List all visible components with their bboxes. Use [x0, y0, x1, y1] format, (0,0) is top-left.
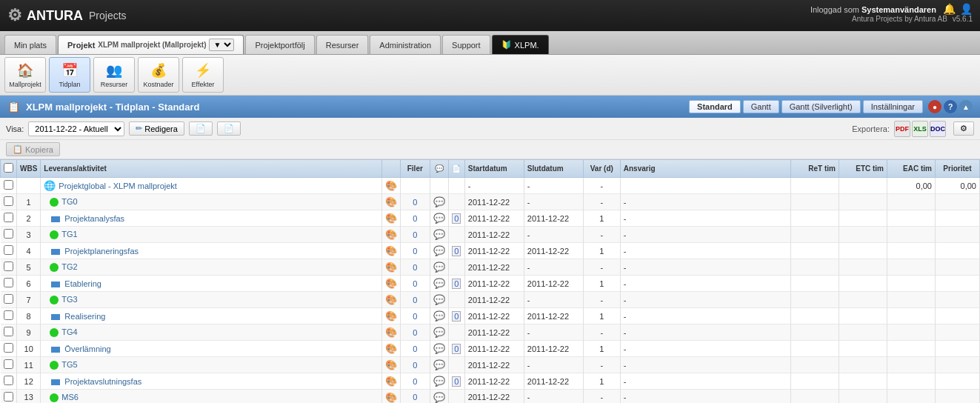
- row-filer[interactable]: 0: [400, 227, 430, 243]
- row-doc[interactable]: 0: [448, 210, 464, 227]
- row-name[interactable]: Projektplaneringsfas: [41, 243, 381, 259]
- view-btn-installningar[interactable]: Inställningar: [863, 100, 923, 113]
- row-chat[interactable]: 💬: [430, 324, 448, 341]
- row-name[interactable]: TG3: [41, 292, 381, 308]
- row-chat[interactable]: 💬: [430, 227, 448, 243]
- view-btn-gantt[interactable]: Gantt: [743, 100, 779, 113]
- row-chat[interactable]: [430, 178, 448, 194]
- row-filer[interactable]: 0: [400, 308, 430, 324]
- nav-tab-support[interactable]: Support: [442, 35, 490, 54]
- select-all-checkbox[interactable]: [4, 163, 13, 173]
- row-name[interactable]: TG5: [41, 357, 381, 373]
- nav-tab-min-plats[interactable]: Min plats: [4, 35, 56, 54]
- toolbar-kostnader-button[interactable]: 💰 Kostnader: [138, 57, 179, 93]
- export-xls-button[interactable]: XLS: [912, 121, 928, 137]
- row-chat[interactable]: 💬: [430, 308, 448, 324]
- row-filer[interactable]: 0: [400, 373, 430, 390]
- action-icon-help[interactable]: ?: [944, 100, 957, 113]
- user-profile-icon[interactable]: 👤: [960, 3, 973, 15]
- row-doc[interactable]: 0: [448, 276, 464, 292]
- row-checkbox[interactable]: [4, 196, 13, 206]
- toolbar-tidplan-button[interactable]: 📅 Tidplan: [49, 57, 90, 93]
- row-doc[interactable]: [448, 194, 464, 210]
- export-pdf-button[interactable]: PDF: [894, 121, 910, 137]
- row-doc[interactable]: [448, 227, 464, 243]
- row-chat[interactable]: 💬: [430, 243, 448, 259]
- row-doc[interactable]: [448, 178, 464, 194]
- row-checkbox[interactable]: [4, 359, 13, 369]
- row-name[interactable]: 🌐Projektglobal - XLPM mallprojekt: [41, 178, 381, 194]
- view-btn-standard[interactable]: Standard: [689, 100, 741, 113]
- row-name[interactable]: Etablering: [41, 276, 381, 292]
- row-doc[interactable]: 0: [448, 243, 464, 259]
- row-checkbox[interactable]: [4, 376, 13, 385]
- row-doc[interactable]: [448, 292, 464, 308]
- row-doc[interactable]: 0: [448, 308, 464, 324]
- nav-tab-xlpm[interactable]: 🔰 XLPM.: [492, 35, 549, 54]
- nav-tab-resurser[interactable]: Resurser: [316, 35, 369, 54]
- projekt-dropdown[interactable]: ▼: [209, 39, 234, 51]
- nav-tab-projekt[interactable]: Projekt XLPM mallprojekt (Mallprojekt) ▼: [58, 35, 244, 54]
- row-doc[interactable]: [448, 390, 464, 404]
- row-name[interactable]: MS6: [41, 390, 381, 404]
- row-filer[interactable]: 0: [400, 243, 430, 259]
- row-checkbox[interactable]: [4, 310, 13, 320]
- row-filer[interactable]: 0: [400, 259, 430, 276]
- row-filer[interactable]: 0: [400, 324, 430, 341]
- row-name[interactable]: TG4: [41, 324, 381, 341]
- action-icon-up[interactable]: ▲: [959, 100, 973, 113]
- row-chat[interactable]: 💬: [430, 390, 448, 404]
- toolbar-mallprojekt-button[interactable]: 🏠 Mallprojekt: [4, 57, 46, 93]
- row-chat[interactable]: 💬: [430, 276, 448, 292]
- row-chat[interactable]: 💬: [430, 194, 448, 210]
- row-filer[interactable]: 0: [400, 390, 430, 404]
- row-doc[interactable]: [448, 324, 464, 341]
- view-btn-gantt-silverlight[interactable]: Gantt (Silverlight): [781, 100, 861, 113]
- row-checkbox[interactable]: [4, 294, 13, 304]
- row-chat[interactable]: 💬: [430, 210, 448, 227]
- user-notification-icon[interactable]: 🔔: [943, 3, 956, 15]
- nav-tab-projektportfolj[interactable]: Projektportfölj: [245, 35, 314, 54]
- row-filer[interactable]: 0: [400, 341, 430, 357]
- row-checkbox[interactable]: [4, 229, 13, 239]
- row-doc[interactable]: 0: [448, 373, 464, 390]
- settings-button[interactable]: ⚙: [953, 121, 974, 136]
- row-checkbox[interactable]: [4, 180, 13, 190]
- visa-select[interactable]: 2011-12-22 - Aktuell: [28, 121, 124, 136]
- row-chat[interactable]: 💬: [430, 341, 448, 357]
- row-checkbox[interactable]: [4, 213, 13, 222]
- row-name[interactable]: Projektanalysfas: [41, 210, 381, 227]
- toolbar-resurser-button[interactable]: 👥 Resurser: [93, 57, 135, 93]
- row-name[interactable]: Överlämning: [41, 341, 381, 357]
- row-checkbox[interactable]: [4, 392, 13, 402]
- row-name[interactable]: Projektavslutningsfas: [41, 373, 381, 390]
- row-name[interactable]: Realisering: [41, 308, 381, 324]
- row-name[interactable]: TG1: [41, 227, 381, 243]
- row-doc[interactable]: [448, 357, 464, 373]
- row-checkbox[interactable]: [4, 327, 13, 336]
- copy-btn-2[interactable]: 📄: [217, 121, 241, 136]
- row-chat[interactable]: 💬: [430, 292, 448, 308]
- row-filer[interactable]: 0: [400, 276, 430, 292]
- row-chat[interactable]: 💬: [430, 357, 448, 373]
- copy-btn-1[interactable]: 📄: [189, 121, 213, 136]
- row-checkbox[interactable]: [4, 343, 13, 353]
- row-filer[interactable]: 0: [400, 194, 430, 210]
- row-checkbox[interactable]: [4, 278, 13, 287]
- row-doc[interactable]: 0: [448, 341, 464, 357]
- redigera-button[interactable]: ✏ Redigera: [129, 121, 184, 136]
- row-filer[interactable]: 0: [400, 357, 430, 373]
- action-icon-red[interactable]: ●: [928, 100, 941, 113]
- export-word-button[interactable]: DOC: [930, 121, 946, 137]
- row-chat[interactable]: 💬: [430, 259, 448, 276]
- toolbar-effekter-button[interactable]: ⚡ Effekter: [182, 57, 224, 93]
- row-chat[interactable]: 💬: [430, 373, 448, 390]
- row-name[interactable]: TG0: [41, 194, 381, 210]
- kopiera-button[interactable]: 📋 Kopiera: [6, 142, 60, 156]
- row-name[interactable]: TG2: [41, 259, 381, 276]
- row-filer[interactable]: 0: [400, 292, 430, 308]
- row-checkbox[interactable]: [4, 245, 13, 255]
- row-doc[interactable]: [448, 259, 464, 276]
- row-checkbox[interactable]: [4, 262, 13, 271]
- row-filer[interactable]: 0: [400, 210, 430, 227]
